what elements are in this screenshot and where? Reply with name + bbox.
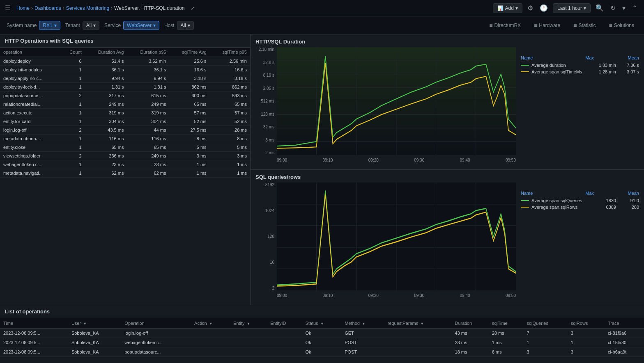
add-icon: 📊 xyxy=(497,5,504,11)
legend-max-sqlrows: 6389 xyxy=(591,205,616,210)
tab-solutions[interactable]: ≡ Solutions xyxy=(605,21,637,30)
table-cell: 65 ms xyxy=(210,100,250,109)
table-row: popupdatasource....2317 ms615 ms300 ms59… xyxy=(0,91,250,100)
host-select[interactable]: All ▾ xyxy=(177,21,194,30)
table-cell: 1.31 s xyxy=(85,83,127,91)
list-cell-method: GET xyxy=(341,329,384,338)
legend-max-sqltime: 1.28 min xyxy=(591,69,616,74)
table-row: entity.for-card1304 ms304 ms52 ms52 ms xyxy=(0,117,250,126)
list-cell-trace[interactable]: cl-b6aa9t xyxy=(605,347,644,357)
filter-icon[interactable]: ▼ xyxy=(247,322,251,326)
lines-icon: ≡ xyxy=(609,22,612,29)
breadcrumb-services-monitoring[interactable]: Services Monitoring xyxy=(66,5,109,11)
table-cell: 27.5 ms xyxy=(169,126,209,135)
menu-icon[interactable]: ☰ xyxy=(5,4,11,12)
filter-icon[interactable]: ▼ xyxy=(320,322,324,326)
breadcrumb-dashboards[interactable]: Dashboards xyxy=(34,5,61,11)
chart1-x-axis: 09:0009:1009:2009:3009:4009:50 xyxy=(277,155,516,165)
list-cell-trace[interactable]: cl-81f9a6 xyxy=(605,329,644,338)
table-cell: 862 ms xyxy=(169,83,209,91)
table-cell: 3.62 min xyxy=(127,57,169,66)
chart2-main: 81921024128162 xyxy=(255,183,516,300)
filter-icon[interactable]: ▼ xyxy=(83,322,87,326)
service-select[interactable]: WebServer ▾ xyxy=(123,21,159,30)
col-entity: Entity ▼ xyxy=(230,318,267,329)
list-cell-requestparams xyxy=(384,338,452,347)
list-cell-entityid xyxy=(267,329,302,338)
table-cell: 319 ms xyxy=(85,109,127,117)
table-cell: 2 xyxy=(61,91,85,100)
col-count: Count xyxy=(61,48,85,57)
y-axis-label: 512 ms xyxy=(255,99,276,103)
lines-icon: ≡ xyxy=(534,22,537,29)
table-cell: 304 ms xyxy=(127,117,169,126)
chart2-container: SQL queries/rows 81921024128162 xyxy=(251,170,644,305)
chevron-down-icon: ▾ xyxy=(93,23,96,28)
time-range-button[interactable]: Last 1 hour ▾ xyxy=(553,3,591,13)
table-cell: 9.94 s xyxy=(127,74,169,83)
chart1-svg-wrap xyxy=(277,47,516,155)
list-cell-operation: login.log-off xyxy=(121,329,191,338)
col-sqltime-avg: sqlTime Avg xyxy=(169,48,209,57)
list-cell-sqltime: 1 ms xyxy=(489,338,524,347)
table-cell: 36.1 s xyxy=(127,66,169,74)
add-button[interactable]: 📊 Add ▾ xyxy=(493,3,522,13)
tab-directumrx[interactable]: ≡ DirectumRX xyxy=(486,21,524,30)
refresh-icon[interactable]: ↻ xyxy=(609,2,617,14)
table-cell: 6 xyxy=(61,57,85,66)
nav-tabs: ≡ DirectumRX ≡ Hardware ≡ Statistic ≡ So… xyxy=(486,21,637,30)
legend-item-sqlrows: Average span.sqlRows 6389 280 xyxy=(521,205,639,210)
table-cell: 862 ms xyxy=(210,83,250,91)
clock-icon: 🕐 xyxy=(538,2,550,14)
filter-icon[interactable]: ▼ xyxy=(420,322,424,326)
legend-max-duration: 1.83 min xyxy=(591,63,616,68)
http-table-scroll[interactable]: operation Count Duration Avg Duration p9… xyxy=(0,48,250,305)
col-user: User ▼ xyxy=(68,318,121,329)
filter-icon[interactable]: ▼ xyxy=(209,322,213,326)
tab-statistic[interactable]: ≡ Statistic xyxy=(570,21,599,30)
chart1-title: HTTP/SQL Duration xyxy=(255,39,639,45)
host-label: Host xyxy=(164,23,175,28)
tab-hardware[interactable]: ≡ Hardware xyxy=(531,21,564,30)
zoom-out-icon[interactable]: 🔍 xyxy=(594,2,605,14)
table-cell: 36.1 s xyxy=(85,66,127,74)
system-name-select[interactable]: RX1 ▾ xyxy=(39,21,60,30)
y-axis-label: 2 ms xyxy=(255,151,276,155)
x-axis-label: 09:50 xyxy=(506,293,516,298)
y-axis-label: 8192 xyxy=(255,183,276,187)
col-sqltime: sqlTime xyxy=(489,318,524,329)
list-cell-operation: popupdatasourc... xyxy=(121,347,191,357)
table-cell: 249 ms xyxy=(85,100,127,109)
col-time: Time xyxy=(0,318,68,329)
col-operation: operation xyxy=(0,48,61,57)
list-table-scroll[interactable]: Time User ▼ Operation Action ▼ Entity ▼ … xyxy=(0,318,644,363)
x-axis-label: 09:40 xyxy=(460,293,470,298)
chevron-down-icon[interactable]: ▾ xyxy=(621,2,627,14)
chart1-y-axis: 2.18 min32.8 s8.19 s2.05 s512 ms128 ms32… xyxy=(255,47,276,155)
table-cell: 3.18 s xyxy=(169,74,209,83)
filter-icon[interactable]: ▼ xyxy=(362,322,366,326)
tenant-select[interactable]: All ▾ xyxy=(83,21,99,30)
list-cell-entityid xyxy=(267,338,302,347)
table-row: deploy.init-modules136.1 s36.1 s16.6 s16… xyxy=(0,66,250,74)
collapse-icon[interactable]: ⌃ xyxy=(630,2,639,14)
list-cell-trace[interactable]: cl-15fa80 xyxy=(605,338,644,347)
col-action: Action ▼ xyxy=(191,318,230,329)
col-duration-avg: Duration Avg xyxy=(85,48,127,57)
x-axis-label: 09:30 xyxy=(414,158,424,162)
y-axis-label: 32 ms xyxy=(255,125,276,129)
table-cell: 16.6 s xyxy=(210,66,250,74)
top-navigation: ☰ Home › Dashboards › Services Monitorin… xyxy=(0,0,644,16)
chevron-down-icon: ▾ xyxy=(584,5,586,11)
breadcrumb-home[interactable]: Home xyxy=(16,5,30,11)
table-cell: deploy.apply-no-c... xyxy=(0,74,61,83)
table-cell: 1 xyxy=(61,117,85,126)
table-cell: 16.6 s xyxy=(169,66,209,74)
table-cell: 319 ms xyxy=(127,109,169,117)
list-cell-user: Soboleva_KA xyxy=(68,347,121,357)
share-icon[interactable]: ⤢ xyxy=(191,5,195,11)
list-cell-user: Soboleva_KA xyxy=(68,338,121,347)
settings-icon[interactable]: ⚙ xyxy=(526,2,535,14)
list-cell-sqltime: 6 ms xyxy=(489,347,524,357)
table-cell: 28 ms xyxy=(210,126,250,135)
